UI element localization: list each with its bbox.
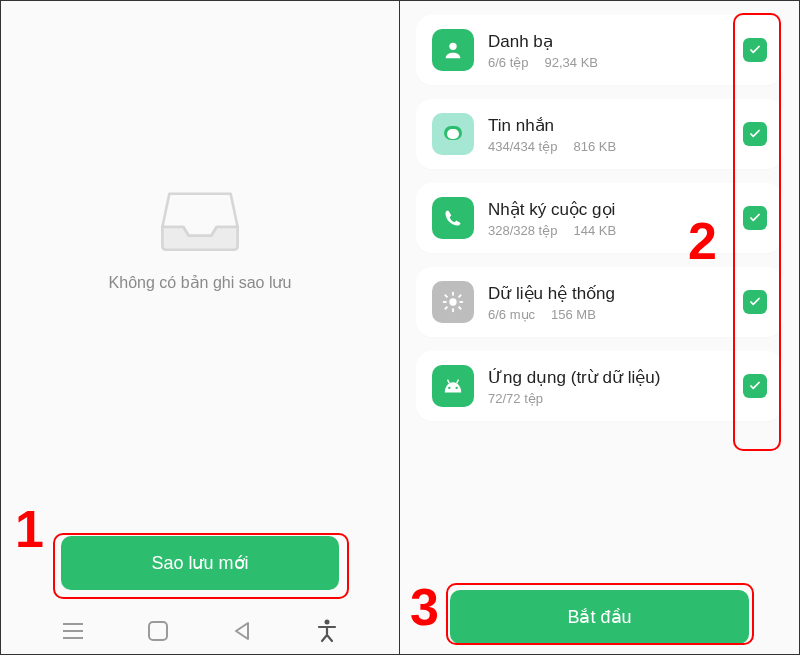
- empty-text: Không có bản ghi sao lưu: [109, 273, 292, 292]
- recents-icon[interactable]: [59, 617, 87, 645]
- gear-icon: [432, 281, 474, 323]
- phone-icon: [432, 197, 474, 239]
- svg-point-18: [455, 387, 457, 389]
- item-title: Danh bạ: [488, 31, 729, 52]
- messages-icon: [432, 113, 474, 155]
- contacts-icon: [432, 29, 474, 71]
- checkbox[interactable]: [743, 38, 767, 62]
- list-item-contacts[interactable]: Danh bạ 6/6 tệp92,34 KB: [416, 15, 783, 85]
- item-count: 72/72 tệp: [488, 391, 543, 406]
- item-count: 328/328 tệp: [488, 223, 557, 238]
- svg-line-20: [457, 380, 459, 384]
- backup-category-list: Danh bạ 6/6 tệp92,34 KB Tin nhắn 434/434…: [400, 11, 799, 590]
- svg-point-5: [449, 43, 456, 50]
- android-icon: [432, 365, 474, 407]
- checkbox[interactable]: [743, 290, 767, 314]
- accessibility-icon[interactable]: [313, 617, 341, 645]
- back-icon[interactable]: [228, 617, 256, 645]
- list-item-systemdata[interactable]: Dữ liệu hệ thống 6/6 mục156 MB: [416, 267, 783, 337]
- android-navbar: [1, 608, 399, 654]
- checkbox[interactable]: [743, 374, 767, 398]
- svg-rect-12: [459, 301, 463, 303]
- item-count: 6/6 tệp: [488, 55, 529, 70]
- item-title: Nhật ký cuộc gọi: [488, 199, 729, 220]
- start-button-label: Bắt đầu: [567, 606, 631, 628]
- item-title: Dữ liệu hệ thống: [488, 283, 729, 304]
- item-title: Tin nhắn: [488, 115, 729, 136]
- svg-rect-10: [452, 308, 454, 312]
- svg-rect-14: [458, 306, 462, 310]
- list-item-calllog[interactable]: Nhật ký cuộc gọi 328/328 tệp144 KB: [416, 183, 783, 253]
- svg-point-17: [448, 387, 450, 389]
- checkbox[interactable]: [743, 206, 767, 230]
- new-backup-button[interactable]: Sao lưu mới: [61, 536, 339, 590]
- svg-point-8: [449, 298, 456, 305]
- svg-rect-3: [149, 622, 167, 640]
- svg-rect-11: [443, 301, 447, 303]
- svg-rect-7: [447, 129, 459, 139]
- svg-rect-16: [444, 306, 448, 310]
- item-size: 144 KB: [573, 223, 616, 238]
- svg-rect-9: [452, 292, 454, 296]
- empty-state: Không có bản ghi sao lưu: [1, 0, 399, 536]
- start-button[interactable]: Bắt đầu: [450, 590, 749, 644]
- inbox-tray-icon: [156, 185, 244, 255]
- svg-rect-13: [444, 294, 448, 298]
- screen-empty-backup: Không có bản ghi sao lưu Sao lưu mới 1: [1, 1, 400, 654]
- list-item-messages[interactable]: Tin nhắn 434/434 tệp816 KB: [416, 99, 783, 169]
- svg-rect-15: [458, 294, 462, 298]
- item-title: Ứng dụng (trừ dữ liệu): [488, 367, 729, 388]
- item-count: 434/434 tệp: [488, 139, 557, 154]
- item-size: 156 MB: [551, 307, 596, 322]
- checkbox[interactable]: [743, 122, 767, 146]
- item-size: 816 KB: [573, 139, 616, 154]
- item-size: 92,34 KB: [545, 55, 599, 70]
- new-backup-button-label: Sao lưu mới: [151, 552, 248, 574]
- svg-point-4: [324, 620, 329, 625]
- svg-line-19: [448, 380, 450, 384]
- list-item-apps[interactable]: Ứng dụng (trừ dữ liệu) 72/72 tệp: [416, 351, 783, 421]
- home-icon[interactable]: [144, 617, 172, 645]
- screen-backup-select: Danh bạ 6/6 tệp92,34 KB Tin nhắn 434/434…: [400, 1, 799, 654]
- item-count: 6/6 mục: [488, 307, 535, 322]
